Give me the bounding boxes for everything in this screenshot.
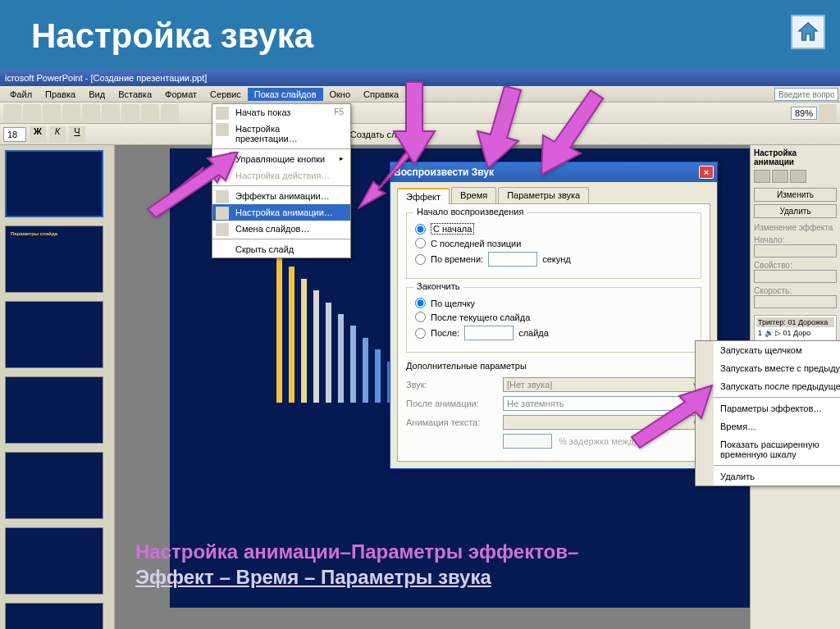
property-label: Свойство:: [754, 261, 837, 270]
menu-slideshow[interactable]: Показ слайдов: [248, 88, 323, 101]
radio-by-time[interactable]: [415, 254, 426, 265]
ctx-start-with-prev[interactable]: Запускать вместе с предыдущим: [696, 359, 840, 377]
open-icon[interactable]: [23, 104, 41, 122]
after-anim-label: После анимации:: [406, 399, 496, 408]
font-size-select[interactable]: 18: [3, 127, 26, 142]
radio-from-last-label: С последней позиции: [431, 239, 521, 248]
caption: Настройка анимации–Параметры эффектов– Э…: [135, 539, 578, 590]
radio-after-n[interactable]: [415, 328, 426, 339]
thumbnail-3[interactable]: [5, 301, 103, 368]
menu-file[interactable]: Файл: [3, 88, 39, 101]
context-menu: Запускать щелчком Запускать вместе с пре…: [695, 340, 840, 486]
pane-title: Настройка анимации: [754, 148, 837, 166]
close-icon[interactable]: ×: [699, 166, 714, 179]
radio-after-current[interactable]: [415, 312, 426, 322]
thumbnail-7[interactable]: [5, 603, 103, 629]
delay-input: [503, 434, 552, 449]
arrow-to-context: [623, 384, 714, 453]
menu-window[interactable]: Окно: [323, 88, 358, 101]
tab-time[interactable]: Время: [451, 187, 496, 203]
caption-line-2: Эффект – Время – Параметры звука: [135, 566, 491, 588]
extra-group-label: Дополнительные параметры: [406, 361, 701, 371]
bold-icon[interactable]: Ж: [30, 126, 46, 143]
ctx-start-on-click[interactable]: Запускать щелчком: [696, 341, 840, 359]
arrow-to-dialog-3: [525, 86, 607, 184]
trigger-list[interactable]: Триггер: 01 Дорожка 1 🔊 ▷ 01 Доро: [754, 315, 837, 341]
trigger-header: Триггер: 01 Дорожка: [756, 317, 834, 327]
thumbnail-6[interactable]: [5, 527, 103, 595]
slide-title: Настройка звука: [31, 16, 313, 56]
thumbnail-5[interactable]: [5, 452, 103, 519]
end-group-label: Закончить: [413, 281, 463, 291]
zoom-select[interactable]: 89%: [791, 107, 817, 120]
delete-button[interactable]: Удалить: [754, 204, 837, 218]
italic-icon[interactable]: К: [49, 126, 66, 143]
menu-edit[interactable]: Правка: [39, 88, 82, 101]
slides-label: слайда: [518, 328, 549, 338]
redo-icon[interactable]: [161, 104, 179, 122]
caption-line-1: Настройка анимации–Параметры эффектов–: [135, 539, 578, 564]
arrow-to-menu: [144, 152, 242, 221]
menu-hide-slide[interactable]: Скрыть слайд: [212, 241, 350, 258]
sound-label: Звук:: [406, 380, 496, 390]
radio-on-click[interactable]: [415, 298, 426, 308]
copy-icon[interactable]: [102, 104, 120, 122]
ctx-start-after-prev[interactable]: Запускать после предыдущего: [696, 377, 840, 395]
ctx-delete[interactable]: Удалить: [696, 467, 840, 485]
radio-from-last[interactable]: [415, 238, 426, 248]
speed-select[interactable]: [754, 295, 837, 308]
cut-icon[interactable]: [82, 104, 100, 122]
undo-icon[interactable]: [141, 104, 159, 122]
click-icon: [698, 344, 711, 356]
radio-on-click-label: По щелчку: [431, 299, 475, 308]
thumbnail-1[interactable]: [5, 150, 103, 217]
ctx-timing[interactable]: Время…: [696, 417, 840, 435]
time-input[interactable]: [488, 252, 537, 267]
property-select[interactable]: [754, 270, 837, 283]
ask-question-input[interactable]: [774, 88, 838, 101]
radio-from-start-label: С начала: [431, 223, 474, 235]
menu-insert[interactable]: Вставка: [112, 88, 158, 101]
radio-by-time-label: По времени:: [431, 254, 483, 264]
arrow-to-dialog-2: [459, 82, 533, 175]
pane-home-icon[interactable]: [790, 170, 806, 183]
seconds-label: секунд: [542, 254, 571, 264]
ctx-show-timeline[interactable]: Показать расширенную временную шкалу: [696, 435, 840, 463]
paste-icon[interactable]: [121, 104, 139, 122]
pane-back-icon[interactable]: [754, 170, 770, 183]
arrow-to-dialog-1: [377, 78, 451, 171]
start-select[interactable]: [754, 244, 837, 258]
underline-icon[interactable]: Ч: [69, 126, 85, 143]
text-anim-label: Анимация текста:: [406, 417, 496, 427]
menu-view[interactable]: Вид: [82, 88, 112, 101]
radio-from-start[interactable]: [415, 224, 426, 235]
slides-input[interactable]: [464, 326, 514, 340]
new-icon[interactable]: [3, 104, 21, 122]
radio-after-n-label: После:: [431, 328, 459, 338]
effect-change-label: Изменение эффекта: [754, 223, 837, 232]
menu-start-show[interactable]: Начать показF5: [212, 104, 350, 121]
save-icon[interactable]: [43, 104, 61, 122]
start-group-label: Начало воспроизведения: [413, 207, 527, 217]
radio-after-current-label: После текущего слайда: [431, 312, 530, 322]
thumbnail-2[interactable]: Параметры слайда: [5, 226, 103, 293]
menu-slide-transition[interactable]: Смена слайдов…: [212, 221, 350, 237]
help-icon[interactable]: [819, 104, 837, 122]
trigger-item[interactable]: 01 Доро: [783, 329, 811, 337]
print-icon[interactable]: [62, 104, 80, 122]
menu-format[interactable]: Формат: [158, 88, 203, 101]
ctx-effect-options[interactable]: Параметры эффектов…: [696, 399, 840, 417]
tab-sound-params[interactable]: Параметры звука: [498, 187, 589, 203]
home-icon[interactable]: [791, 15, 825, 49]
start-label: Начало:: [754, 235, 837, 244]
speed-label: Скорость:: [754, 286, 837, 295]
change-button[interactable]: Изменить: [754, 188, 837, 202]
menu-setup-show[interactable]: Настройка презентации…: [212, 121, 350, 147]
pane-fwd-icon[interactable]: [772, 170, 788, 183]
slide-thumbnails[interactable]: Параметры слайда: [0, 145, 115, 629]
menu-tools[interactable]: Сервис: [203, 88, 248, 101]
thumbnail-4[interactable]: [5, 376, 103, 444]
